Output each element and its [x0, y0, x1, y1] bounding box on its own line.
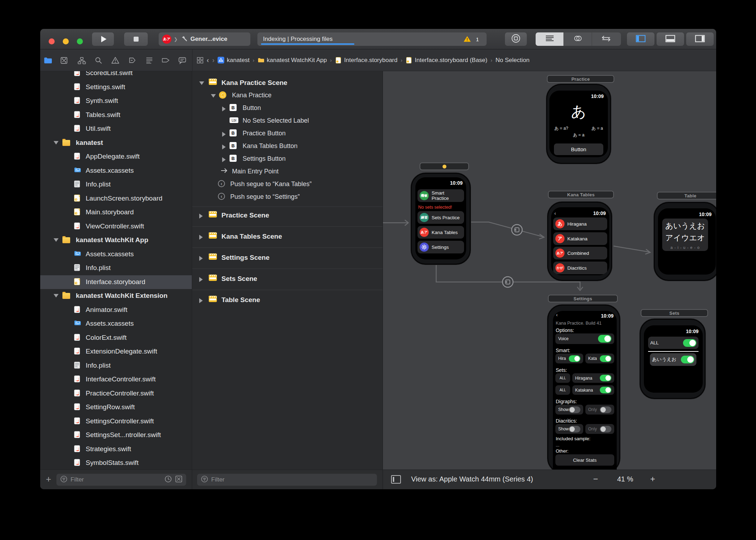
close-window-button[interactable] — [49, 38, 55, 44]
source-control-navigator-tab[interactable] — [60, 56, 68, 65]
breadcrumb-item[interactable]: No Selection — [495, 57, 529, 64]
issue-navigator-tab[interactable] — [111, 56, 120, 65]
file-row-strategies-swift[interactable]: Strategies.swift — [40, 442, 192, 456]
file-row-symbolstats-swift[interactable]: SymbolStats.swift — [40, 456, 192, 470]
outline-item-kana-practice-scene[interactable]: Kana Practice Scene — [192, 78, 383, 89]
library-button[interactable] — [505, 32, 527, 46]
recent-files-icon[interactable] — [164, 475, 172, 484]
kana-row-combined[interactable]: あアCombined — [553, 247, 607, 259]
diacritics-only-toggle[interactable] — [600, 426, 611, 432]
scene-tab-table[interactable]: Table — [657, 192, 716, 200]
breadcrumb-item[interactable]: kanatest WatchKit App — [258, 57, 327, 64]
outline-item-sets-scene[interactable]: Sets Scene — [192, 274, 383, 285]
file-row-kanatest[interactable]: kanatest — [40, 136, 192, 150]
smart-hira-row[interactable]: Hira — [555, 354, 583, 363]
breakpoint-navigator-tab[interactable] — [128, 56, 136, 65]
breadcrumb-item[interactable]: Interface.storyboard — [335, 57, 397, 64]
file-row-assets-xcassets[interactable]: Assets.xcassets — [40, 247, 192, 261]
file-row-util-swift[interactable]: Util.swift — [40, 122, 192, 136]
file-row-settingsset-ntroller-swift[interactable]: SettingsSet...ntroller.swift — [40, 428, 192, 442]
storyboard-canvas[interactable]: Practice 10:09 あ あ = a? あ = a あ = a Butt… — [383, 71, 716, 470]
navigator-filter-field[interactable]: Filter — [56, 474, 186, 486]
version-editor-button[interactable] — [592, 32, 620, 46]
file-row-settingrow-swift[interactable]: SettingRow.swift — [40, 400, 192, 414]
file-row-assets-xcassets[interactable]: Assets.xcassets — [40, 317, 192, 331]
tag-navigator-tab[interactable] — [161, 56, 170, 65]
diacritics-show-toggle[interactable] — [569, 426, 580, 432]
watch-table[interactable]: 10:09 あいうえお アイウエオ a - i - u - e - o — [654, 202, 716, 281]
outline-item-table-scene[interactable]: Table Scene — [192, 295, 383, 306]
kata-toggle[interactable] — [600, 355, 611, 362]
disclosure-triangle[interactable] — [199, 214, 203, 219]
toggle-inspector-button[interactable] — [686, 32, 714, 46]
hiragana-toggle[interactable] — [600, 375, 611, 381]
menu-row-smart-practice[interactable]: 機敏Smart Practice — [417, 189, 464, 202]
table-cell[interactable]: あいうえお アイウエオ a - i - u - e - o — [662, 219, 708, 251]
disclosure-triangle[interactable] — [199, 277, 203, 282]
file-row-animator-swift[interactable]: Animator.swift — [40, 303, 192, 317]
forward-button[interactable]: › — [212, 56, 215, 64]
outline-item-kana-practice[interactable]: Kana Practice — [192, 90, 383, 102]
scheme-selector[interactable]: あア ❯ Gener...evice — [159, 32, 250, 46]
disclosure-triangle[interactable] — [222, 106, 226, 111]
comment-navigator-tab[interactable] — [178, 56, 187, 65]
file-row-kanatest-watchkit-extension[interactable]: kanatest WatchKit Extension — [40, 289, 192, 303]
outline-item-push-segue-to-settings[interactable]: ‹Push segue to “Settings” — [192, 192, 383, 203]
practice-button[interactable]: Button — [554, 143, 603, 155]
file-row-viewcontroller-swift[interactable]: ViewController.swift — [40, 220, 192, 233]
diacritics-show-row[interactable]: Show — [555, 424, 583, 434]
file-row-info-plist[interactable]: Info.plist — [40, 359, 192, 373]
view-as-label[interactable]: View as: Apple Watch 44mm (Series 4) — [411, 475, 533, 483]
breadcrumb-item[interactable]: Interface.storyboard (Base) — [406, 57, 487, 64]
outline-item-main-entry-point[interactable]: Main Entry Point — [192, 166, 383, 178]
outline-item-push-segue-to-kana-tables[interactable]: ‹Push segue to “Kana Tables” — [192, 179, 383, 190]
scene-tab-sets[interactable]: Sets — [641, 309, 708, 317]
file-row-synth-swift[interactable]: Synth.swift — [40, 94, 192, 108]
disclosure-triangle[interactable] — [199, 298, 203, 303]
warning-count[interactable]: 1 — [476, 36, 479, 42]
disclosure-triangle[interactable] — [54, 294, 59, 297]
file-row-launchscreen-storyboard[interactable]: LaunchScreen.storyboard — [40, 192, 192, 205]
toggle-navigator-button[interactable] — [627, 32, 654, 46]
zoom-out-button[interactable]: − — [593, 474, 598, 484]
disclosure-triangle[interactable] — [199, 256, 203, 261]
smart-kata-row[interactable]: Kata — [585, 354, 614, 363]
kana-row-katakana[interactable]: アKatakana — [553, 232, 607, 245]
watch-kana-practice[interactable]: 10:09 機敏Smart Practice練習Sets PracticeあアK… — [411, 173, 471, 265]
scene-tab-practice[interactable]: Practice — [547, 75, 614, 83]
zoom-level-value[interactable]: 41 % — [613, 475, 638, 483]
diacritics-only-row[interactable]: Only — [585, 424, 614, 434]
disclosure-triangle[interactable] — [54, 141, 59, 145]
voice-row[interactable]: Voice — [555, 333, 614, 344]
file-row-interface-storyboard[interactable]: Interface.storyboard — [40, 275, 192, 289]
disclosure-triangle[interactable] — [211, 94, 216, 98]
sets-hiragana-row[interactable]: Hiragana — [572, 373, 614, 383]
scene-tab-settings[interactable]: Settings — [548, 295, 618, 302]
outline-item-practice-scene[interactable]: Practice Scene — [192, 210, 383, 221]
hira-toggle[interactable] — [569, 355, 580, 362]
sets-row-toggle[interactable] — [683, 339, 696, 347]
kana-row-hiragana[interactable]: あHiragana — [553, 217, 607, 230]
zoom-window-button[interactable] — [77, 38, 83, 44]
katakana-toggle[interactable] — [600, 387, 611, 393]
outline-item-button[interactable]: BButton — [192, 103, 383, 114]
outline-item-no-sets-selected-label[interactable]: LblNo Sets Selected Label — [192, 116, 383, 127]
file-row-scoredlist-swift[interactable]: ScoredList.swift — [40, 71, 192, 80]
related-items-icon[interactable] — [197, 57, 203, 63]
back-chevron[interactable]: ‹ — [554, 210, 556, 216]
zoom-in-button[interactable]: + — [650, 474, 655, 484]
file-row-interfacecontroller-swift[interactable]: InterfaceController.swift — [40, 373, 192, 386]
menu-row-kana-tables[interactable]: あアKana Tables — [417, 226, 464, 239]
all-hiragana-button[interactable]: ALL — [555, 373, 570, 383]
file-row-settings-swift[interactable]: Settings.swift — [40, 80, 192, 94]
disclosure-triangle[interactable] — [54, 238, 59, 242]
minimize-window-button[interactable] — [63, 38, 69, 44]
all-katakana-button[interactable]: ALL — [555, 385, 570, 395]
file-row-colorext-swift[interactable]: ColorExt.swift — [40, 331, 192, 345]
sets-row-all[interactable]: ALL — [648, 337, 699, 349]
sets-row-set[interactable]: あいうえお — [650, 353, 696, 366]
watch-sets[interactable]: 10:09 ALLあいうえお — [640, 319, 706, 399]
sets-row-toggle[interactable] — [681, 356, 694, 363]
symbol-navigator-tab[interactable] — [78, 56, 86, 65]
watch-kana-tables[interactable]: ‹ 10:09 あHiraganaアKatakanaあアCombinedかがDi… — [547, 202, 612, 281]
